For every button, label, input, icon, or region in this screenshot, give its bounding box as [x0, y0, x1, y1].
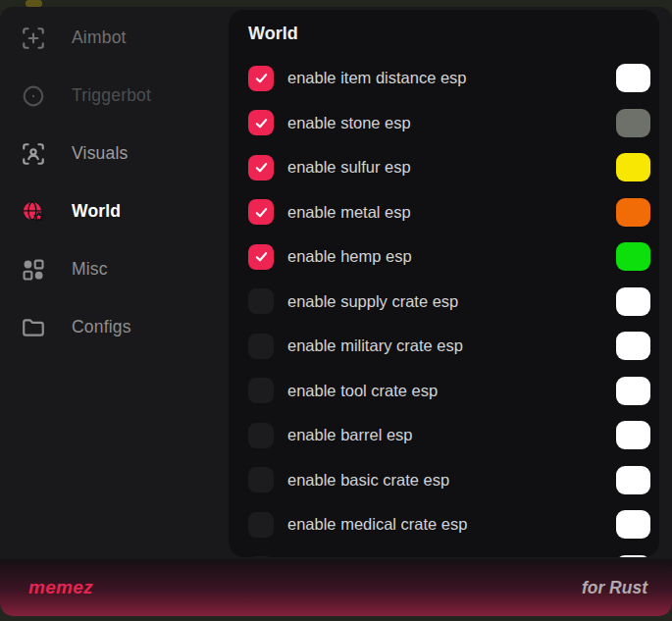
screen: Aimbot Triggerbot Visuals World Misc Con…: [0, 0, 672, 621]
user-scan-icon: [21, 141, 46, 167]
esp-checkbox[interactable]: [248, 66, 274, 91]
esp-color-swatch[interactable]: [616, 64, 650, 92]
esp-toggle-row: enable stone esp: [248, 101, 650, 146]
esp-toggle-row: enable item distance esp: [248, 56, 650, 101]
esp-toggle-row: enable barrel esp: [248, 413, 650, 458]
esp-toggle-row: enable metal esp: [248, 190, 650, 235]
sidebar-item-label: World: [72, 201, 121, 222]
globe-star-icon: [21, 199, 46, 225]
sidebar: Aimbot Triggerbot Visuals World Misc Con…: [0, 7, 229, 356]
brand-tagline: for Rust: [582, 578, 647, 598]
esp-toggle-row: [248, 547, 650, 558]
sidebar-item-aimbot[interactable]: Aimbot: [0, 9, 229, 67]
esp-color-swatch[interactable]: [616, 510, 650, 539]
esp-label: enable hemp esp: [287, 247, 412, 266]
cheat-menu-window: Aimbot Triggerbot Visuals World Misc Con…: [0, 7, 672, 616]
esp-toggle-row: enable military crate esp: [248, 324, 650, 369]
footer-bar: memez for Rust: [0, 559, 672, 616]
esp-toggle-row: enable medical crate esp: [248, 502, 650, 547]
circle-dot-icon: [21, 83, 46, 109]
panel-title: World: [248, 24, 650, 44]
esp-checkbox[interactable]: [248, 378, 274, 403]
sidebar-item-triggerbot[interactable]: Triggerbot: [0, 67, 229, 125]
esp-label: enable tool crate esp: [287, 382, 438, 400]
esp-label: enable military crate esp: [287, 336, 463, 355]
esp-toggle-row: enable tool crate esp: [248, 369, 650, 414]
sidebar-item-label: Aimbot: [72, 27, 127, 48]
world-panel: World enable item distance esp enable st…: [229, 10, 659, 557]
esp-label: enable stone esp: [287, 114, 411, 132]
esp-label: enable metal esp: [287, 203, 411, 222]
esp-checkbox[interactable]: [248, 423, 274, 448]
sidebar-item-world[interactable]: World: [0, 182, 229, 240]
esp-color-swatch[interactable]: [616, 153, 650, 181]
esp-checkbox[interactable]: [248, 199, 274, 225]
sidebar-item-label: Misc: [72, 259, 108, 280]
esp-toggle-row: enable sulfur esp: [248, 145, 650, 190]
sidebar-item-label: Triggerbot: [72, 85, 151, 106]
esp-checkbox[interactable]: [248, 556, 274, 557]
esp-color-swatch[interactable]: [616, 555, 650, 557]
esp-label: enable barrel esp: [287, 426, 413, 444]
crosshair-plus-icon: [21, 26, 46, 51]
esp-checkbox[interactable]: [248, 110, 274, 135]
grid-shapes-icon: [21, 257, 46, 283]
esp-color-swatch[interactable]: [616, 198, 650, 227]
esp-toggle-row: enable basic crate esp: [248, 458, 650, 503]
esp-label: enable supply crate esp: [287, 292, 458, 311]
esp-checkbox[interactable]: [248, 334, 274, 359]
sidebar-item-visuals[interactable]: Visuals: [0, 125, 229, 182]
sidebar-item-label: Configs: [72, 317, 131, 337]
esp-checkbox[interactable]: [248, 155, 274, 181]
folder-icon: [21, 315, 46, 340]
background-artifact: [26, 0, 42, 7]
esp-checkbox[interactable]: [248, 288, 274, 314]
esp-checkbox[interactable]: [248, 467, 274, 492]
esp-color-swatch[interactable]: [616, 109, 650, 137]
esp-label: enable medical crate esp: [287, 515, 467, 534]
esp-checkbox[interactable]: [248, 512, 274, 538]
esp-label: enable basic crate esp: [287, 471, 449, 490]
sidebar-item-misc[interactable]: Misc: [0, 240, 229, 298]
esp-toggle-row: enable supply crate esp: [248, 280, 650, 325]
esp-label: enable item distance esp: [287, 69, 467, 87]
esp-color-swatch[interactable]: [616, 287, 650, 316]
esp-color-swatch[interactable]: [616, 421, 650, 449]
esp-color-swatch[interactable]: [616, 377, 650, 405]
sidebar-item-configs[interactable]: Configs: [0, 298, 229, 356]
sidebar-item-label: Visuals: [72, 143, 129, 164]
brand-name: memez: [28, 577, 93, 598]
esp-color-swatch[interactable]: [616, 332, 650, 360]
esp-toggle-row: enable hemp esp: [248, 234, 650, 280]
esp-checkbox[interactable]: [248, 244, 274, 270]
esp-color-swatch[interactable]: [616, 242, 650, 271]
esp-label: enable sulfur esp: [287, 158, 411, 177]
esp-color-swatch[interactable]: [616, 466, 650, 494]
esp-rows: enable item distance esp enable stone es…: [248, 56, 650, 557]
